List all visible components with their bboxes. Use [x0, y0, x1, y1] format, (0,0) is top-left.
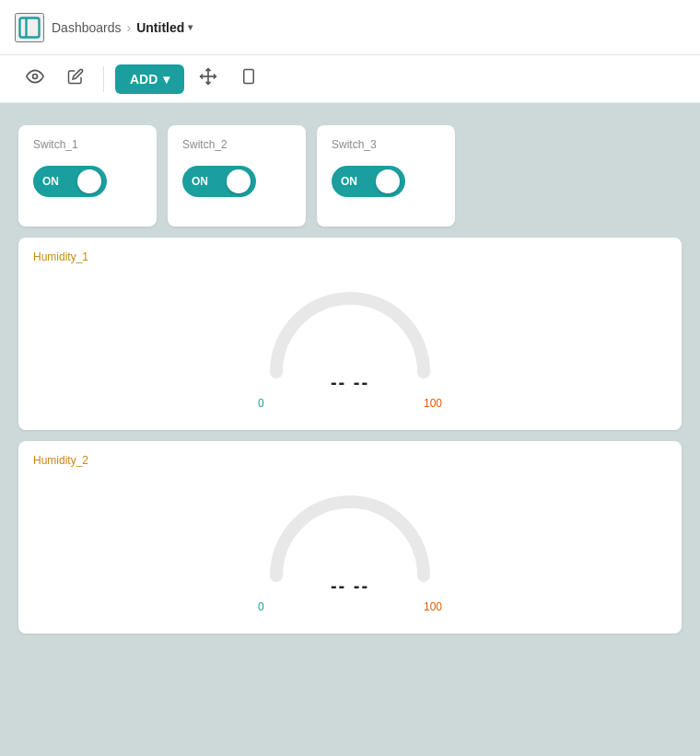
- gauge-2-max: 100: [424, 600, 442, 613]
- breadcrumb-dropdown-icon[interactable]: ▾: [188, 22, 192, 32]
- gauge-1-svg-container: [258, 280, 442, 381]
- gauge-1-wrapper: -- -- 0 100: [33, 271, 667, 417]
- switch-3-title: Switch_3: [332, 138, 440, 151]
- main-content: Switch_1 ON Switch_2 ON: [0, 103, 700, 756]
- gauge-2-labels: 0 100: [258, 600, 442, 613]
- switch-1-toggle[interactable]: ON: [33, 166, 142, 197]
- edit-button[interactable]: [59, 63, 92, 96]
- toggle-3-knob: [376, 169, 400, 193]
- eye-icon: [26, 67, 44, 90]
- gauge-2-svg: [258, 483, 442, 585]
- gauge-2-wrapper: -- -- 0 100: [33, 474, 667, 621]
- device-icon: [240, 67, 257, 90]
- switch-card-3: Switch_3 ON: [317, 125, 455, 227]
- gauge-1-max: 100: [424, 397, 442, 410]
- toggle-2-knob: [227, 169, 251, 193]
- move-button[interactable]: [192, 63, 225, 96]
- gauge-2-min: 0: [258, 600, 264, 613]
- breadcrumb: Dashboards › Untitled ▾: [52, 20, 192, 35]
- toolbar: ADD ▾: [0, 55, 700, 103]
- gauge-card-2: Humidity_2 -- -- 0 100: [18, 441, 682, 634]
- device-button[interactable]: [232, 63, 265, 96]
- topbar: Dashboards › Untitled ▾: [0, 0, 700, 55]
- toggle-2-label: ON: [188, 175, 208, 188]
- humidity-2-row: Humidity_2 -- -- 0 100: [18, 441, 682, 634]
- move-icon: [199, 67, 217, 90]
- gauge-1-min: 0: [258, 397, 264, 410]
- breadcrumb-parent[interactable]: Dashboards: [52, 20, 122, 35]
- svg-rect-0: [20, 17, 40, 37]
- switch-2-title: Switch_2: [182, 138, 291, 151]
- gauge-1-title: Humidity_1: [33, 250, 667, 263]
- add-chevron-icon: ▾: [163, 72, 169, 87]
- switch-card-2: Switch_2 ON: [168, 125, 306, 227]
- toggle-switch-1[interactable]: ON: [33, 166, 107, 197]
- switch-3-toggle[interactable]: ON: [332, 166, 440, 197]
- switch-2-toggle[interactable]: ON: [182, 166, 291, 197]
- breadcrumb-current-label: Untitled: [136, 20, 184, 35]
- toggle-switch-3[interactable]: ON: [332, 166, 405, 197]
- add-button[interactable]: ADD ▾: [115, 64, 184, 94]
- gauge-1-labels: 0 100: [258, 397, 442, 410]
- sidebar-toggle-button[interactable]: [15, 13, 44, 42]
- toggle-3-label: ON: [337, 175, 357, 188]
- toggle-1-label: ON: [39, 175, 59, 188]
- humidity-1-row: Humidity_1 -- -- 0 100: [18, 238, 682, 430]
- add-label: ADD: [130, 72, 158, 87]
- switch-card-1: Switch_1 ON: [18, 125, 157, 227]
- switch-1-title: Switch_1: [33, 138, 142, 151]
- switches-row: Switch_1 ON Switch_2 ON: [18, 125, 682, 227]
- pencil-icon: [67, 68, 84, 89]
- svg-point-2: [33, 75, 38, 79]
- toggle-1-knob: [77, 169, 101, 193]
- breadcrumb-separator: ›: [127, 20, 132, 35]
- gauge-1-svg: [258, 280, 442, 381]
- gauge-card-1: Humidity_1 -- -- 0 100: [18, 238, 682, 430]
- view-button[interactable]: [18, 63, 52, 96]
- gauge-2-svg-container: [258, 483, 442, 585]
- breadcrumb-current: Untitled ▾: [136, 20, 192, 35]
- toggle-switch-2[interactable]: ON: [182, 166, 256, 197]
- toolbar-divider: [103, 66, 104, 92]
- gauge-2-title: Humidity_2: [33, 454, 667, 467]
